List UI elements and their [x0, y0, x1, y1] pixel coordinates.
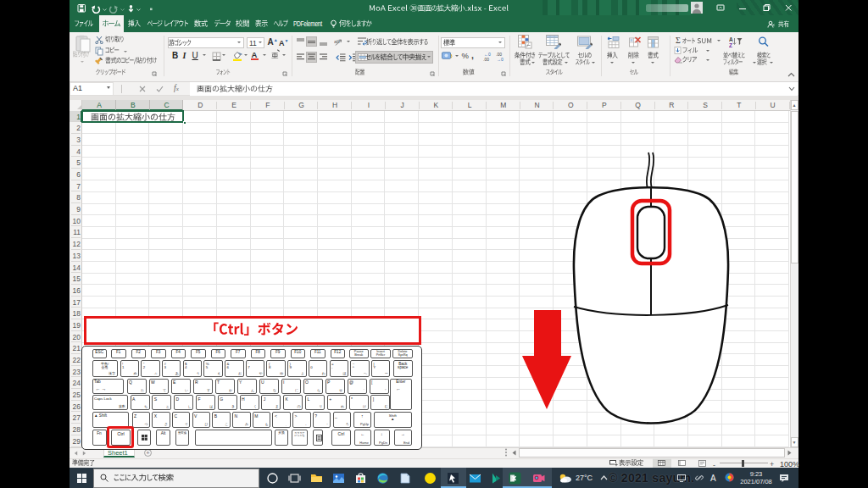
svg-text:Z: Z — [729, 42, 732, 48]
svg-text:.00: .00 — [483, 56, 489, 61]
svg-text:ab: ab — [334, 39, 340, 44]
svg-text:A: A — [729, 36, 733, 42]
svg-text:→0: →0 — [497, 56, 504, 61]
